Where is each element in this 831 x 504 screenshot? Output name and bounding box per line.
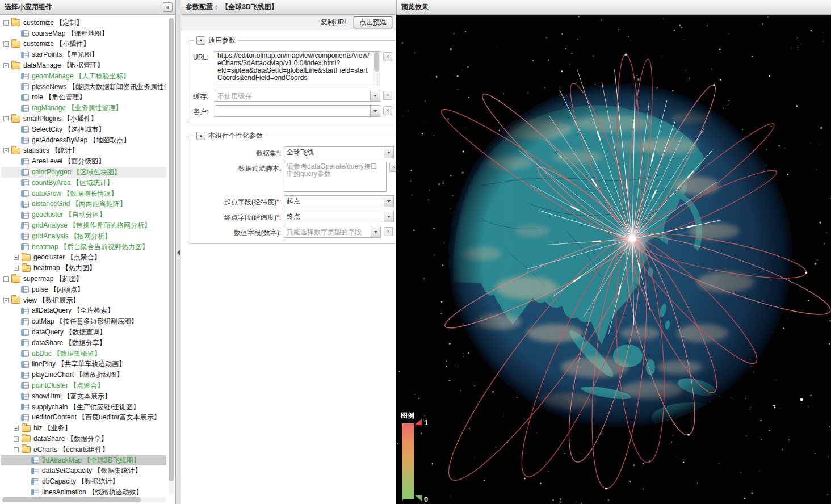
dropdown-trigger-icon[interactable]: [370, 106, 380, 116]
tree-item[interactable]: -smallPlugins 【小插件】: [1, 114, 166, 124]
tree-item[interactable]: -eCharts 【echarts组件】: [1, 444, 166, 455]
panel-splitter[interactable]: [177, 0, 181, 504]
tree-item[interactable]: tagManage 【业务属性管理】: [1, 103, 166, 114]
tree-item[interactable]: -customize 【小插件】: [1, 39, 166, 50]
tree-expand-toggle[interactable]: +: [14, 266, 19, 271]
dropdown-trigger-icon[interactable]: [384, 196, 393, 207]
tree-collapse-toggle[interactable]: -: [3, 276, 9, 282]
folder-icon: [11, 297, 20, 304]
tree-collapse-toggle[interactable]: -: [3, 116, 9, 121]
tree-item[interactable]: pksseNews 【能源大数据新闻资讯业务属性管理】: [1, 82, 166, 93]
tree-item[interactable]: dataGrow 【数据增长情况】: [1, 188, 166, 199]
tree-item[interactable]: linePlay 【共享单车轨迹动画】: [1, 359, 166, 370]
tree-item[interactable]: geocluster 【自动分区】: [1, 209, 166, 220]
tree-item[interactable]: +dataShare 【数据分享】: [1, 434, 166, 444]
tree-vertical-scrollbar[interactable]: [169, 18, 174, 495]
end-field-input[interactable]: [284, 211, 384, 222]
tree-expand-toggle[interactable]: +: [14, 436, 19, 442]
scrollbar-thumb[interactable]: [2, 497, 141, 502]
tree-item[interactable]: dataShare 【数据分享】: [1, 338, 166, 348]
client-label: 客户:: [193, 105, 215, 117]
dropdown-trigger-icon[interactable]: [384, 147, 393, 158]
collapse-fieldset-icon[interactable]: ▲: [196, 132, 205, 140]
tree-item[interactable]: supplychain 【生产供应链/迁徙图】: [1, 402, 166, 413]
collapse-panel-button[interactable]: «: [163, 2, 173, 12]
copy-url-button[interactable]: 复制URL: [321, 18, 348, 27]
tree-item[interactable]: +heatmap 【热力图】: [1, 263, 166, 274]
start-field-input[interactable]: [284, 196, 384, 207]
tree-item[interactable]: cutMap 【按任意多边形切割底图】: [1, 316, 166, 327]
tree-horizontal-scrollbar[interactable]: [2, 497, 166, 502]
tree-item[interactable]: AreaLevel 【面分级图】: [1, 156, 166, 167]
tree-item[interactable]: +biz 【业务】: [1, 423, 166, 434]
tree-item[interactable]: +geocluster 【点聚合】: [1, 253, 166, 263]
tree-collapse-toggle[interactable]: -: [14, 447, 19, 452]
tree-item[interactable]: dataQuery 【数据查询】: [1, 327, 166, 338]
tree-expand-toggle[interactable]: +: [14, 426, 19, 431]
clear-client-button[interactable]: ×: [383, 106, 392, 115]
tree-item[interactable]: -customize 【定制】: [1, 18, 166, 28]
tree-item[interactable]: dataSetCapacity 【数据集统计】: [1, 465, 166, 476]
tree-item[interactable]: pulse 【闪硕点】: [1, 284, 166, 295]
component-icon: [21, 350, 29, 357]
tree-item[interactable]: countByArea 【区域统计】: [1, 178, 166, 188]
url-input[interactable]: https://editor.olmap.cn/mapview/componen…: [215, 51, 380, 86]
tree-item[interactable]: -dataManage 【数据管理】: [1, 60, 166, 71]
clear-cache-button[interactable]: ×: [383, 91, 392, 100]
tree-item[interactable]: gridAnalyse 【带操作界面的格网分析】: [1, 220, 166, 231]
dataset-input[interactable]: [284, 147, 384, 158]
tree-item[interactable]: allDataQuery 【全库检索】: [1, 306, 166, 317]
tree-item[interactable]: -view 【数据展示】: [1, 295, 166, 306]
tree-item[interactable]: SelectCity 【选择城市】: [1, 124, 166, 135]
tree-item[interactable]: colorPolygon 【区域色块图】: [1, 167, 166, 178]
filter-script-field-row: 数据过滤脚本: ×: [193, 162, 398, 192]
tree-collapse-toggle[interactable]: -: [3, 20, 9, 26]
tree-item[interactable]: pointCluster 【点聚合】: [1, 380, 166, 391]
clear-url-button[interactable]: ×: [383, 52, 392, 61]
preview-button[interactable]: 点击预览: [354, 16, 392, 28]
splitter-collapse-icon[interactable]: [177, 250, 180, 255]
tree-collapse-toggle[interactable]: -: [3, 148, 9, 153]
tree-item-label: biz 【业务】: [33, 423, 75, 433]
dropdown-trigger-icon[interactable]: [370, 90, 380, 101]
tree-item[interactable]: playLineChart 【播放折线图】: [1, 369, 166, 380]
tree-item[interactable]: dbCapacity 【数据统计】: [1, 476, 166, 487]
filter-script-input[interactable]: [284, 162, 387, 192]
tree-item[interactable]: -supermap 【超图】: [1, 274, 166, 284]
legend-gradient-wrap: 1 0: [401, 423, 446, 499]
value-field-input[interactable]: [284, 226, 371, 237]
tree-item[interactable]: 3dAttackMap 【全球3D飞线图】: [1, 455, 166, 466]
legend-gradient-bar: [402, 423, 414, 499]
dropdown-trigger-icon[interactable]: [371, 226, 380, 237]
tree-item[interactable]: linesAnimation 【线路轨迹动效】: [1, 487, 166, 498]
tree-item[interactable]: ueditorContent 【百度ueditor富文本展示】: [1, 412, 166, 423]
fieldset-title: 本组件个性化参数: [208, 131, 263, 141]
tree-item[interactable]: showHtml 【富文本展示】: [1, 391, 166, 402]
tree-item[interactable]: distanceGrid 【两两距离矩阵】: [1, 199, 166, 210]
component-icon: [21, 30, 29, 37]
tree-item[interactable]: getAddressByMap 【地图取点】: [1, 135, 166, 146]
tree-item[interactable]: -statistics 【统计】: [1, 146, 166, 157]
tree-item[interactable]: role 【角色管理】: [1, 93, 166, 103]
component-icon: [21, 137, 29, 144]
tree-collapse-toggle[interactable]: -: [3, 298, 9, 303]
scrollbar-thumb[interactable]: [374, 52, 379, 72]
collapse-fieldset-icon[interactable]: ▲: [196, 36, 205, 45]
textarea-scrollbar[interactable]: [373, 52, 380, 86]
tree-expand-toggle[interactable]: +: [14, 255, 19, 260]
tree-item[interactable]: starPoints 【星光图】: [1, 49, 166, 60]
tree-item[interactable]: heatmap 【后台聚合当前视野热力图】: [1, 242, 166, 253]
client-input[interactable]: [215, 106, 370, 116]
tree-item[interactable]: gridAnalysis 【格网分析】: [1, 231, 166, 242]
tree-collapse-toggle[interactable]: -: [3, 41, 9, 47]
tree-item[interactable]: dbDoc 【数据集概览】: [1, 348, 166, 359]
tree-item[interactable]: courseMap 【课程地图】: [1, 28, 166, 39]
tree-item[interactable]: geomManage 【人工核验坐标】: [1, 71, 166, 82]
tree-collapse-toggle[interactable]: -: [3, 63, 9, 68]
scrollbar-thumb[interactable]: [169, 18, 174, 481]
dropdown-trigger-icon[interactable]: [384, 211, 393, 222]
clear-value-field-button[interactable]: ×: [384, 227, 393, 236]
component-icon: [21, 190, 29, 197]
cache-input[interactable]: [215, 90, 370, 101]
globe-preview[interactable]: 图例 1 0: [396, 15, 831, 504]
